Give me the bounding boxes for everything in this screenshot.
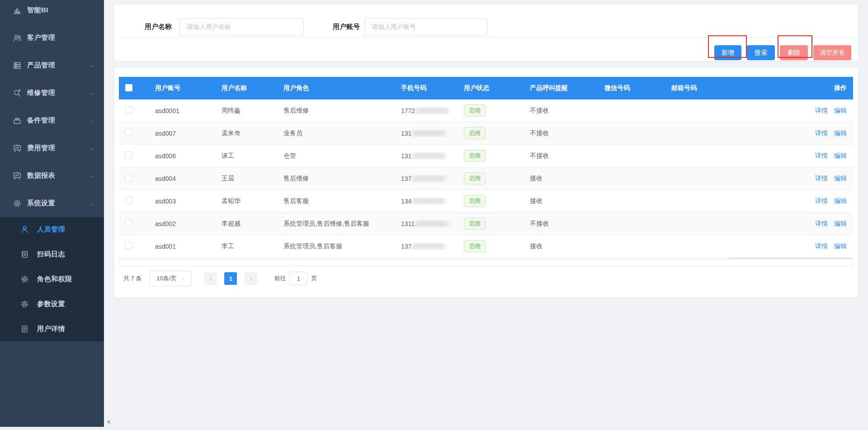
sidebar: 智能BI 客户管理 产品管理 维修管理 备件管理 费用管理 数据报表 系统设置 … [0,0,104,427]
sidebar-item-smart-bi[interactable]: 智能BI [0,0,104,24]
column-header-3: 手机号码 [392,84,455,92]
filter-form: 用户名称 用户账号 [114,5,858,35]
cell-phone: 137 [392,175,455,182]
cell-notify: 不接收 [521,129,595,137]
params-gear-icon [20,300,29,308]
scroll-left-arrow-icon[interactable] [107,420,110,424]
cell-account: asd004 [146,175,212,182]
repair-icon [13,89,22,98]
page-number-1[interactable]: 1 [224,272,237,285]
edit-link[interactable]: 编辑 [834,129,847,137]
cell-actions: 详情 编辑 [803,152,853,160]
page-hscrollbar[interactable] [0,427,868,430]
table-row: asd001 李工 系统管理员,售后客服 137 启用 接收 详情 编辑 [119,235,853,258]
cell-name: 孟铅华 [212,197,274,205]
sidebar-item-spare-parts-mgmt[interactable]: 备件管理 [0,107,104,134]
edit-link[interactable]: 编辑 [834,107,847,114]
sidebar-item-expense-mgmt[interactable]: 费用管理 [0,134,104,162]
row-checkbox[interactable] [125,197,132,204]
total-count: 共 7 条 [123,274,142,283]
edit-link[interactable]: 编辑 [834,152,847,159]
detail-link[interactable]: 详情 [815,107,828,114]
column-header-6: 微信号码 [595,84,662,92]
cell-account: asd001 [146,243,212,250]
row-checkbox[interactable] [125,129,132,136]
delete-button[interactable]: 删除 [780,45,808,60]
table-body: asd0001 周纬鑫 售后维修 1772 启用 不接收 详情 编辑 asd00… [119,99,853,258]
row-checkbox[interactable] [125,174,132,181]
sidebar-item-data-report[interactable]: 数据报表 [0,162,104,189]
select-all-checkbox[interactable] [125,84,132,91]
sidebar-menu: 智能BI 客户管理 产品管理 维修管理 备件管理 费用管理 数据报表 系统设置 … [0,0,104,341]
detail-link[interactable]: 详情 [815,152,828,159]
user-account-input[interactable] [364,18,487,35]
detail-link[interactable]: 详情 [815,220,828,227]
status-badge: 启用 [464,172,486,184]
detail-link[interactable]: 详情 [815,197,828,204]
column-header-5: 产品呼叫提醒 [521,84,595,92]
next-page-button[interactable]: › [245,272,257,285]
cell-status: 启用 [455,195,521,207]
sidebar-subitem-scan-log[interactable]: 扫码日志 [0,242,104,267]
cell-name: 孟米奇 [212,129,274,137]
edit-link[interactable]: 编辑 [834,175,847,182]
row-checkbox[interactable] [125,106,132,113]
cell-notify: 接收 [521,175,595,183]
page-size-select[interactable]: 10条/页 ⌄ [150,271,192,286]
cell-role: 仓管 [274,152,392,160]
cell-name: 谈工 [212,152,274,160]
search-button[interactable]: 搜索 [747,45,775,60]
sidebar-submenu: 人员管理 扫码日志 角色和权限 参数设置 用户详情 [0,217,104,341]
cell-status: 启用 [455,240,521,252]
prev-page-button[interactable]: ‹ [204,272,217,285]
table-hscrollbar[interactable] [119,259,853,266]
sidebar-item-customer-mgmt[interactable]: 客户管理 [0,24,104,52]
detail-link[interactable]: 详情 [815,175,828,182]
table-card: 用户账号用户名称用户角色手机号码用户状态产品呼叫提醒微信号码邮箱号码操作 asd… [114,68,858,298]
sidebar-subitem-personnel-mgmt[interactable]: 人员管理 [0,217,104,242]
user-name-input[interactable] [179,18,304,35]
cell-notify: 接收 [521,197,595,205]
cell-phone: 1772 [392,107,455,114]
cell-role: 售后客服 [274,197,392,205]
chevron-down-icon [90,90,95,96]
sidebar-item-system-settings[interactable]: 系统设置 [0,189,104,217]
goto-page-input[interactable] [289,272,307,285]
cell-phone: 131 [392,152,455,160]
products-icon [13,61,22,70]
cell-notify: 不接收 [521,220,595,228]
roles-gear-icon [20,275,29,284]
cell-name: 李超越 [212,220,274,228]
table-header-row: 用户账号用户名称用户角色手机号码用户状态产品呼叫提醒微信号码邮箱号码操作 [119,77,853,99]
sidebar-subitem-roles-permissions[interactable]: 角色和权限 [0,267,104,292]
cell-phone: 1311 [392,220,455,227]
status-badge: 启用 [464,150,486,162]
clear-all-button[interactable]: 清空所有 [813,45,851,60]
cell-actions: 详情 编辑 [803,107,853,115]
chevron-down-icon [90,63,95,68]
cell-name: 李工 [212,242,274,250]
bar-chart-icon [13,6,22,15]
edit-link[interactable]: 编辑 [834,220,847,227]
cell-role: 售后维修 [274,107,392,115]
row-checkbox[interactable] [125,151,132,159]
sidebar-subitem-param-settings[interactable]: 参数设置 [0,292,104,317]
detail-link[interactable]: 详情 [815,129,828,137]
table-row: asd006 谈工 仓管 131 启用 不接收 详情 编辑 [119,145,853,167]
row-checkbox[interactable] [125,242,132,249]
sidebar-subitem-user-detail[interactable]: 用户详情 [0,317,104,341]
sidebar-item-product-mgmt[interactable]: 产品管理 [0,52,104,79]
cell-role: 售后维修 [274,175,392,183]
row-checkbox[interactable] [125,219,132,227]
add-button[interactable]: 新增 [714,45,741,60]
filter-card: 用户名称 用户账号 新增 搜索 删除 清空所有 [114,5,858,61]
goto-label: 前往 [274,274,286,283]
edit-link[interactable]: 编辑 [834,242,847,250]
cell-status: 启用 [455,172,521,184]
user-name-label: 用户名称 [145,23,172,31]
column-header-actions: 操作 [803,84,853,92]
cell-actions: 详情 编辑 [803,175,853,183]
sidebar-item-repair-mgmt[interactable]: 维修管理 [0,79,104,107]
edit-link[interactable]: 编辑 [834,197,847,204]
detail-link[interactable]: 详情 [815,242,828,250]
